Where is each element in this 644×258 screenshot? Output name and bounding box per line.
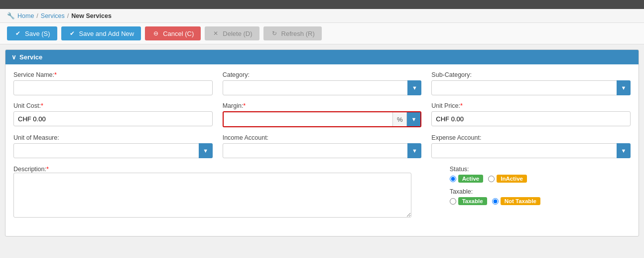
category-label: Category: — [223, 71, 422, 78]
income-account-select[interactable] — [223, 143, 422, 158]
taxable-badge: Taxable — [458, 197, 487, 205]
unit-measure-label: Unit of Measure: — [13, 134, 213, 141]
category-select[interactable] — [223, 80, 422, 95]
subcategory-select[interactable] — [431, 80, 631, 95]
form-row-1: Service Name:* Category: ▼ Sub-Category: — [13, 71, 631, 95]
unit-measure-col: Unit of Measure: ▼ — [13, 134, 213, 158]
delete-button[interactable]: ✕ Delete (D) — [205, 26, 259, 40]
active-badge: Active — [458, 175, 484, 183]
income-account-select-wrapper: ▼ — [223, 143, 422, 158]
margin-input[interactable] — [224, 112, 392, 126]
description-textarea[interactable] — [13, 173, 411, 218]
unit-cost-input[interactable] — [13, 111, 213, 126]
margin-unit-label: % — [392, 112, 407, 126]
unit-price-label: Unit Price:* — [431, 102, 631, 109]
margin-dropdown-arrow[interactable]: ▼ — [406, 112, 420, 126]
not-taxable-option-label[interactable]: Not Taxable — [492, 197, 540, 205]
breadcrumb-home[interactable]: Home — [17, 12, 34, 19]
taxable-radio-group: Taxable Not Taxable — [450, 197, 631, 205]
save-and-add-button[interactable]: ✔ Save and Add New — [61, 26, 141, 40]
breadcrumb: 🔧 Home / Services / New Services — [0, 9, 644, 23]
collapse-icon[interactable]: ∨ — [11, 53, 16, 61]
unit-cost-col: Unit Cost:* — [13, 102, 213, 127]
top-bar — [0, 0, 644, 9]
breadcrumb-services[interactable]: Services — [41, 12, 65, 19]
chevron-down-icon-margin: ▼ — [411, 116, 416, 122]
category-select-wrapper: ▼ — [223, 80, 422, 95]
income-account-col: Income Account: ▼ — [223, 134, 422, 158]
section-header: ∨ Service — [5, 50, 639, 64]
status-radio-group: Active InActive — [450, 175, 631, 183]
status-label: Status: — [450, 166, 469, 173]
category-col: Category: ▼ — [223, 71, 422, 95]
form-row-4: Description:* Status: Active — [13, 165, 631, 219]
subcategory-label: Sub-Category: — [431, 71, 631, 78]
cancel-icon: ⊖ — [152, 29, 160, 37]
section-title: Service — [19, 53, 42, 61]
income-account-label: Income Account: — [223, 134, 422, 141]
subcategory-select-wrapper: ▼ — [431, 80, 631, 95]
refresh-button[interactable]: ↻ Refresh (R) — [263, 26, 322, 40]
expense-account-label: Expense Account: — [431, 134, 631, 141]
cancel-button[interactable]: ⊖ Cancel (C) — [145, 26, 201, 40]
save-check-icon: ✔ — [14, 29, 22, 37]
save-add-icon: ✔ — [68, 29, 76, 37]
service-name-col: Service Name:* — [13, 71, 213, 95]
save-button[interactable]: ✔ Save (S) — [7, 26, 57, 40]
status-inactive-label[interactable]: InActive — [488, 175, 527, 183]
unit-price-input[interactable] — [431, 111, 631, 126]
subcategory-col: Sub-Category: ▼ — [431, 71, 631, 95]
breadcrumb-current: New Services — [71, 12, 112, 19]
status-active-radio[interactable] — [450, 176, 456, 182]
status-inactive-radio[interactable] — [488, 176, 495, 182]
status-active-label[interactable]: Active — [450, 175, 484, 183]
status-taxable-col: Status: Active InActive Taxable — [450, 165, 631, 210]
form-row-2: Unit Cost:* Margin:* % ▼ Unit Pric — [13, 102, 631, 127]
breadcrumb-sep1: / — [36, 12, 38, 19]
toolbar: ✔ Save (S) ✔ Save and Add New ⊖ Cancel (… — [0, 23, 644, 44]
margin-label: Margin:* — [223, 102, 422, 109]
refresh-icon: ↻ — [270, 29, 278, 37]
taxable-option-label[interactable]: Taxable — [450, 197, 487, 205]
taxable-label: Taxable: — [450, 188, 473, 195]
expense-account-col: Expense Account: ▼ — [431, 134, 631, 158]
unit-measure-select-wrapper: ▼ — [13, 143, 213, 158]
unit-cost-label: Unit Cost:* — [13, 102, 213, 109]
taxable-radio[interactable] — [450, 198, 456, 205]
taxable-section: Taxable: Taxable Not Taxable — [450, 188, 631, 205]
description-label: Description:* — [13, 166, 49, 173]
breadcrumb-sep2: / — [67, 12, 69, 19]
form-row-3: Unit of Measure: ▼ Income Account: — [13, 134, 631, 158]
service-name-input[interactable] — [13, 80, 213, 95]
expense-account-select[interactable] — [431, 143, 631, 158]
not-taxable-badge: Not Taxable — [501, 197, 540, 205]
status-section: Status: Active InActive — [450, 165, 631, 183]
section-body: Service Name:* Category: ▼ Sub-Category: — [5, 64, 639, 236]
service-section: ∨ Service Service Name:* Category: ▼ — [5, 49, 639, 237]
service-name-label: Service Name:* — [13, 71, 213, 78]
margin-field-wrapper: % ▼ — [223, 111, 422, 127]
description-col: Description:* — [13, 165, 411, 219]
delete-icon: ✕ — [212, 29, 220, 37]
not-taxable-radio[interactable] — [492, 198, 499, 205]
unit-measure-select[interactable] — [13, 143, 213, 158]
unit-price-col: Unit Price:* — [431, 102, 631, 127]
wrench-icon: 🔧 — [7, 12, 15, 19]
margin-col: Margin:* % ▼ — [223, 102, 422, 127]
expense-account-select-wrapper: ▼ — [431, 143, 631, 158]
inactive-badge: InActive — [497, 175, 527, 183]
